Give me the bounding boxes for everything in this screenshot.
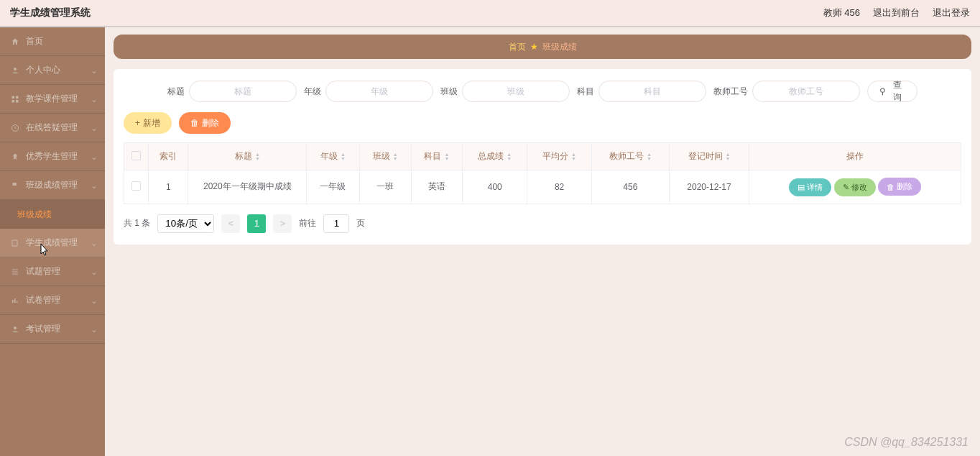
svg-rect-8 bbox=[14, 298, 16, 303]
trash-icon: 🗑 bbox=[190, 118, 199, 128]
col-tid[interactable]: 教师工号 bbox=[591, 143, 669, 170]
page-size-select[interactable]: 10条/页 bbox=[157, 214, 214, 233]
sort-icon bbox=[647, 152, 652, 161]
chevron-down-icon: ⌄ bbox=[91, 181, 98, 191]
list-icon bbox=[10, 267, 20, 277]
filter-label-tid: 教师工号 bbox=[713, 86, 748, 98]
exit-front-link[interactable]: 退出到前台 bbox=[873, 6, 920, 19]
svg-rect-9 bbox=[17, 301, 18, 303]
medal-icon bbox=[10, 152, 20, 162]
goto-input[interactable] bbox=[323, 214, 349, 233]
chevron-down-icon: ⌄ bbox=[91, 94, 98, 104]
col-date[interactable]: 登记时间 bbox=[669, 143, 749, 170]
sidebar-item-label: 班级成绩管理 bbox=[26, 179, 78, 191]
sidebar-item-label: 首页 bbox=[26, 35, 43, 47]
sidebar-item-qa[interactable]: 在线答疑管理 ⌄ bbox=[0, 114, 105, 142]
sidebar-subitem-class-score[interactable]: 班级成绩 bbox=[0, 200, 105, 229]
cell-total: 400 bbox=[463, 170, 527, 204]
filter-bar: 标题 年级 班级 科目 教师工号 ⚲查询 bbox=[124, 81, 961, 102]
search-icon: ⚲ bbox=[879, 86, 886, 96]
page-1-button[interactable]: 1 bbox=[247, 214, 266, 233]
page-unit: 页 bbox=[356, 217, 365, 229]
sort-icon bbox=[341, 152, 346, 161]
sidebar-item-label: 在线答疑管理 bbox=[26, 122, 78, 134]
filter-input-grade[interactable] bbox=[325, 81, 433, 102]
breadcrumb-home[interactable]: 首页 bbox=[509, 41, 526, 53]
col-index[interactable]: 索引 bbox=[149, 143, 188, 170]
data-table: 索引 标题 年级 班级 科目 总成绩 平均分 教师工号 登记时间 操作 1 20… bbox=[124, 142, 961, 204]
user-label[interactable]: 教师 456 bbox=[823, 6, 860, 19]
chevron-down-icon: ⌄ bbox=[91, 238, 98, 248]
sidebar-item-excellent[interactable]: 优秀学生管理 ⌄ bbox=[0, 142, 105, 171]
next-page-button[interactable]: > bbox=[273, 214, 292, 233]
edit-icon: ✎ bbox=[843, 183, 849, 192]
svg-rect-4 bbox=[16, 100, 19, 103]
chevron-down-icon: ⌄ bbox=[91, 65, 98, 76]
col-grade[interactable]: 年级 bbox=[307, 143, 359, 170]
chevron-down-icon: ⌄ bbox=[91, 324, 98, 334]
main-content: 首页 ★ 班级成绩 标题 年级 班级 科目 教师工号 ⚲查询 +新增 🗑删除 索… bbox=[105, 27, 980, 456]
add-button[interactable]: +新增 bbox=[124, 112, 172, 134]
filter-label-class: 班级 bbox=[440, 86, 458, 98]
filter-input-class[interactable] bbox=[462, 81, 570, 102]
col-actions: 操作 bbox=[749, 143, 961, 170]
svg-point-10 bbox=[14, 327, 17, 329]
sidebar-item-courseware[interactable]: 教学课件管理 ⌄ bbox=[0, 85, 105, 114]
actions-bar: +新增 🗑删除 bbox=[124, 112, 961, 134]
filter-label-title: 标题 bbox=[167, 86, 185, 98]
filter-input-subject[interactable] bbox=[598, 81, 706, 102]
topbar: 学生成绩管理系统 教师 456 退出到前台 退出登录 bbox=[0, 0, 980, 27]
trash-icon: 🗑 bbox=[887, 183, 895, 191]
chevron-down-icon: ⌄ bbox=[91, 152, 98, 162]
row-checkbox[interactable] bbox=[131, 181, 141, 191]
logout-link[interactable]: 退出登录 bbox=[933, 6, 970, 19]
col-class[interactable]: 班级 bbox=[359, 143, 411, 170]
sidebar-item-label: 优秀学生管理 bbox=[26, 150, 78, 163]
cell-index: 1 bbox=[149, 170, 188, 204]
sidebar-item-student-score[interactable]: 学生成绩管理 ⌄ bbox=[0, 229, 105, 257]
svg-rect-3 bbox=[12, 100, 15, 103]
col-avg[interactable]: 平均分 bbox=[527, 143, 592, 170]
filter-label-grade: 年级 bbox=[304, 86, 321, 98]
search-button[interactable]: ⚲查询 bbox=[867, 81, 917, 102]
sidebar-item-paper[interactable]: 试卷管理 ⌄ bbox=[0, 286, 105, 315]
edit-button[interactable]: ✎修改 bbox=[834, 178, 876, 196]
col-total[interactable]: 总成绩 bbox=[463, 143, 527, 170]
clock-icon bbox=[10, 123, 20, 133]
detail-button[interactable]: ▤详情 bbox=[789, 178, 831, 196]
sidebar-item-home[interactable]: 首页 bbox=[0, 27, 105, 56]
app-title: 学生成绩管理系统 bbox=[10, 6, 91, 19]
sidebar-item-profile[interactable]: 个人中心 ⌄ bbox=[0, 56, 105, 85]
sidebar-item-question[interactable]: 试题管理 ⌄ bbox=[0, 257, 105, 286]
sort-icon bbox=[726, 152, 731, 161]
sidebar-item-label: 学生成绩管理 bbox=[26, 237, 78, 249]
col-subject[interactable]: 科目 bbox=[411, 143, 463, 170]
row-delete-button[interactable]: 🗑删除 bbox=[878, 178, 921, 196]
prev-page-button[interactable]: < bbox=[221, 214, 240, 233]
content-panel: 标题 年级 班级 科目 教师工号 ⚲查询 +新增 🗑删除 索引 标题 年级 班级… bbox=[114, 69, 971, 245]
filter-input-title[interactable] bbox=[189, 81, 297, 102]
col-title[interactable]: 标题 bbox=[188, 143, 307, 170]
book-icon bbox=[10, 238, 20, 248]
person-icon bbox=[10, 324, 20, 334]
select-all-checkbox[interactable] bbox=[131, 151, 141, 160]
cell-actions: ▤详情 ✎修改 🗑删除 bbox=[749, 170, 961, 204]
sidebar-item-label: 个人中心 bbox=[26, 64, 60, 76]
filter-input-tid[interactable] bbox=[752, 81, 860, 102]
delete-button[interactable]: 🗑删除 bbox=[179, 112, 231, 134]
cell-title: 2020年一年级期中成绩 bbox=[188, 170, 307, 204]
svg-rect-2 bbox=[16, 96, 19, 99]
cell-class: 一班 bbox=[359, 170, 411, 204]
goto-label: 前往 bbox=[299, 217, 316, 229]
svg-point-0 bbox=[14, 68, 17, 70]
pagination: 共 1 条 10条/页 < 1 > 前往 页 bbox=[124, 214, 961, 233]
table-header-row: 索引 标题 年级 班级 科目 总成绩 平均分 教师工号 登记时间 操作 bbox=[124, 143, 961, 170]
sort-icon bbox=[255, 152, 260, 161]
sidebar-item-exam[interactable]: 考试管理 ⌄ bbox=[0, 315, 105, 344]
table-row: 1 2020年一年级期中成绩 一年级 一班 英语 400 82 456 2020… bbox=[124, 170, 961, 204]
breadcrumb-current: 班级成绩 bbox=[542, 41, 577, 53]
sidebar-item-class-score[interactable]: 班级成绩管理 ⌄ bbox=[0, 171, 105, 200]
star-icon: ★ bbox=[530, 42, 538, 52]
plus-icon: + bbox=[135, 118, 140, 128]
cell-date: 2020-12-17 bbox=[669, 170, 749, 204]
